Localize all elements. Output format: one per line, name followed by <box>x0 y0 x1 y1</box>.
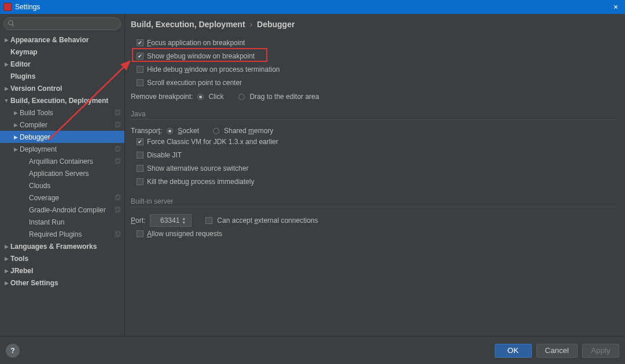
tree-item-build-execution-deployment[interactable]: ▼Build, Execution, Deployment <box>0 94 124 106</box>
tree-item-label: Coverage <box>29 194 59 202</box>
window-title: Settings <box>15 3 610 11</box>
radio-click[interactable] <box>197 94 204 100</box>
search-wrap <box>0 14 124 32</box>
tree-item-version-control[interactable]: ▶Version Control <box>0 82 124 94</box>
chevron-right-icon: ▶ <box>3 86 9 91</box>
tree-item-debugger[interactable]: ▶Debugger <box>0 131 124 143</box>
tree-item-label: Version Control <box>10 84 62 93</box>
checkbox-icon[interactable] <box>137 178 144 185</box>
tree-item-deployment[interactable]: ▶Deployment <box>0 143 124 155</box>
option-kill-immediately[interactable]: Kill the debug process immediately <box>137 175 616 188</box>
radio-drag[interactable] <box>238 94 245 100</box>
tree-item-arquillian-containers[interactable]: ▶Arquillian Containers <box>0 155 124 167</box>
checkbox-icon[interactable] <box>137 79 144 86</box>
tree-item-label: Compiler <box>20 121 47 129</box>
tree-item-label: Debugger <box>20 133 50 141</box>
tree-item-label: Plugins <box>10 72 35 80</box>
tree-item-coverage[interactable]: ▶Coverage <box>0 192 124 204</box>
remove-breakpoint-label: Remove breakpoint: <box>131 93 193 101</box>
checkbox-icon[interactable] <box>137 39 144 46</box>
breadcrumb-parent[interactable]: Build, Execution, Deployment <box>131 20 245 29</box>
tree-item-label: Clouds <box>29 182 50 190</box>
tree-item-label: Arquillian Containers <box>29 157 93 166</box>
apply-button[interactable]: Apply <box>582 344 619 358</box>
chevron-right-icon: ▶ <box>13 146 19 152</box>
button-bar: ? OK Cancel Apply <box>0 336 625 364</box>
help-button[interactable]: ? <box>6 344 20 358</box>
checkbox-accept-external[interactable] <box>205 217 212 224</box>
profile-scope-icon <box>114 158 121 165</box>
tree-item-tools[interactable]: ▶Tools <box>0 252 124 264</box>
transport-row: Transport: Socket Shared memory <box>131 127 616 135</box>
tree-item-application-servers[interactable]: ▶Application Servers <box>0 167 124 179</box>
checkbox-icon[interactable] <box>137 165 144 172</box>
tree-item-keymap[interactable]: ▶Keymap <box>0 46 124 58</box>
profile-scope-icon <box>114 146 121 153</box>
radio-shared-memory[interactable] <box>213 128 219 134</box>
chevron-right-icon: ▶ <box>3 256 9 262</box>
tree-item-appearance-behavior[interactable]: ▶Appearance & Behavior <box>0 34 124 46</box>
chevron-right-icon: ▶ <box>3 268 9 274</box>
tree-item-label: Build Tools <box>20 109 53 117</box>
option-force-classic-vm[interactable]: Force Classic VM for JDK 1.3.x and earli… <box>137 135 616 148</box>
radio-socket[interactable] <box>167 128 173 134</box>
profile-scope-icon <box>114 109 121 116</box>
tree-item-jrebel[interactable]: ▶JRebel <box>0 264 124 277</box>
checkbox-icon[interactable] <box>137 53 144 60</box>
chevron-right-icon: ▶ <box>13 110 19 116</box>
chevron-right-icon: ▶ <box>3 61 9 67</box>
tree-item-label: JRebel <box>10 267 33 275</box>
option-focus-on-breakpoint[interactable]: Focus application on breakpoint <box>137 36 616 49</box>
option-show-debug-window[interactable]: Show debug window on breakpoint <box>137 49 616 62</box>
search-box[interactable] <box>3 17 121 30</box>
close-icon[interactable]: × <box>610 2 622 12</box>
tree-item-label: Instant Run <box>29 218 64 226</box>
tree-item-build-tools[interactable]: ▶Build Tools <box>0 106 124 119</box>
checkbox-icon[interactable] <box>137 230 144 237</box>
option-scroll-to-center[interactable]: Scroll execution point to center <box>137 76 616 89</box>
sidebar: ▶Appearance & Behavior▶Keymap▶Editor▶Plu… <box>0 14 125 336</box>
tree-item-plugins[interactable]: ▶Plugins <box>0 70 124 82</box>
ok-button[interactable]: OK <box>495 344 532 358</box>
tree-item-label: Languages & Frameworks <box>10 242 97 251</box>
tree-item-instant-run[interactable]: ▶Instant Run <box>0 216 124 228</box>
checkbox-icon[interactable] <box>137 138 144 145</box>
breadcrumb-separator-icon: › <box>249 20 252 29</box>
chevron-right-icon: ▶ <box>3 244 9 249</box>
tree-item-label: Gradle-Android Compiler <box>29 206 106 214</box>
breadcrumb: Build, Execution, Deployment › Debugger <box>131 20 616 29</box>
search-input[interactable] <box>17 20 117 28</box>
option-allow-unsigned[interactable]: Allow unsigned requests <box>137 227 616 240</box>
cancel-button[interactable]: Cancel <box>536 344 578 358</box>
tree-item-label: Required Plugins <box>29 230 82 238</box>
tree-item-languages-frameworks[interactable]: ▶Languages & Frameworks <box>0 240 124 252</box>
titlebar: Settings × <box>0 0 625 14</box>
option-disable-jit[interactable]: Disable JIT <box>137 148 616 161</box>
breadcrumb-current: Debugger <box>257 20 295 29</box>
tree-item-required-plugins[interactable]: ▶Required Plugins <box>0 228 124 240</box>
port-spinner[interactable]: 63341 ▲▼ <box>150 214 192 227</box>
spinner-arrows-icon[interactable]: ▲▼ <box>182 216 189 225</box>
tree-item-other-settings[interactable]: ▶Other Settings <box>0 277 124 289</box>
checkbox-icon[interactable] <box>137 66 144 73</box>
tree-item-compiler[interactable]: ▶Compiler <box>0 119 124 131</box>
content-area: ▶Appearance & Behavior▶Keymap▶Editor▶Plu… <box>0 14 625 336</box>
checkbox-icon[interactable] <box>137 152 144 159</box>
tree-item-label: Editor <box>10 60 31 68</box>
tree-item-label: Other Settings <box>10 279 58 287</box>
tree-item-editor[interactable]: ▶Editor <box>0 58 124 70</box>
tree-item-label: Build, Execution, Deployment <box>10 97 108 105</box>
app-icon <box>3 3 12 11</box>
section-builtin-server: Built-in server <box>131 197 616 207</box>
profile-scope-icon <box>114 122 121 128</box>
tree-item-gradle-android-compiler[interactable]: ▶Gradle-Android Compiler <box>0 204 124 216</box>
chevron-right-icon: ▶ <box>13 122 19 128</box>
settings-tree: ▶Appearance & Behavior▶Keymap▶Editor▶Plu… <box>0 32 124 336</box>
option-alt-source-switcher[interactable]: Show alternative source switcher <box>137 161 616 175</box>
profile-scope-icon <box>114 194 121 201</box>
search-icon <box>8 20 14 28</box>
option-hide-on-termination[interactable]: Hide debug window on process termination <box>137 62 616 76</box>
chevron-right-icon: ▶ <box>3 280 9 286</box>
tree-item-label: Appearance & Behavior <box>10 36 89 44</box>
tree-item-clouds[interactable]: ▶Clouds <box>0 179 124 192</box>
